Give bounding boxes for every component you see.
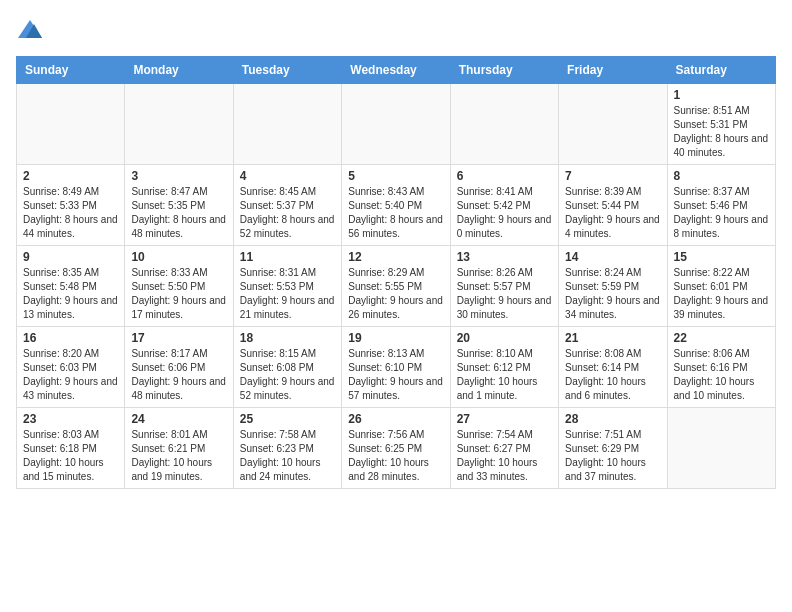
calendar-cell: 21Sunrise: 8:08 AM Sunset: 6:14 PM Dayli… [559, 327, 667, 408]
day-number: 28 [565, 412, 660, 426]
day-number: 26 [348, 412, 443, 426]
calendar-cell: 28Sunrise: 7:51 AM Sunset: 6:29 PM Dayli… [559, 408, 667, 489]
calendar-cell: 5Sunrise: 8:43 AM Sunset: 5:40 PM Daylig… [342, 165, 450, 246]
calendar-cell: 9Sunrise: 8:35 AM Sunset: 5:48 PM Daylig… [17, 246, 125, 327]
calendar-cell: 6Sunrise: 8:41 AM Sunset: 5:42 PM Daylig… [450, 165, 558, 246]
calendar-cell: 7Sunrise: 8:39 AM Sunset: 5:44 PM Daylig… [559, 165, 667, 246]
day-info: Sunrise: 8:31 AM Sunset: 5:53 PM Dayligh… [240, 266, 335, 322]
day-number: 4 [240, 169, 335, 183]
day-number: 21 [565, 331, 660, 345]
calendar-cell: 3Sunrise: 8:47 AM Sunset: 5:35 PM Daylig… [125, 165, 233, 246]
day-number: 27 [457, 412, 552, 426]
day-info: Sunrise: 8:17 AM Sunset: 6:06 PM Dayligh… [131, 347, 226, 403]
calendar-week-row: 2Sunrise: 8:49 AM Sunset: 5:33 PM Daylig… [17, 165, 776, 246]
day-info: Sunrise: 8:29 AM Sunset: 5:55 PM Dayligh… [348, 266, 443, 322]
calendar-cell: 14Sunrise: 8:24 AM Sunset: 5:59 PM Dayli… [559, 246, 667, 327]
day-number: 10 [131, 250, 226, 264]
day-info: Sunrise: 8:41 AM Sunset: 5:42 PM Dayligh… [457, 185, 552, 241]
day-number: 8 [674, 169, 769, 183]
calendar-week-row: 1Sunrise: 8:51 AM Sunset: 5:31 PM Daylig… [17, 84, 776, 165]
day-number: 3 [131, 169, 226, 183]
calendar-cell: 4Sunrise: 8:45 AM Sunset: 5:37 PM Daylig… [233, 165, 341, 246]
day-info: Sunrise: 8:35 AM Sunset: 5:48 PM Dayligh… [23, 266, 118, 322]
calendar-cell [17, 84, 125, 165]
calendar-cell [667, 408, 775, 489]
day-info: Sunrise: 8:47 AM Sunset: 5:35 PM Dayligh… [131, 185, 226, 241]
calendar-cell: 1Sunrise: 8:51 AM Sunset: 5:31 PM Daylig… [667, 84, 775, 165]
weekday-header-thursday: Thursday [450, 57, 558, 84]
day-info: Sunrise: 8:06 AM Sunset: 6:16 PM Dayligh… [674, 347, 769, 403]
day-number: 1 [674, 88, 769, 102]
day-number: 17 [131, 331, 226, 345]
day-info: Sunrise: 8:03 AM Sunset: 6:18 PM Dayligh… [23, 428, 118, 484]
calendar-table: SundayMondayTuesdayWednesdayThursdayFrid… [16, 56, 776, 489]
calendar-cell [342, 84, 450, 165]
logo-icon [16, 16, 44, 44]
day-number: 14 [565, 250, 660, 264]
day-number: 2 [23, 169, 118, 183]
calendar-cell: 18Sunrise: 8:15 AM Sunset: 6:08 PM Dayli… [233, 327, 341, 408]
day-info: Sunrise: 8:08 AM Sunset: 6:14 PM Dayligh… [565, 347, 660, 403]
day-info: Sunrise: 8:26 AM Sunset: 5:57 PM Dayligh… [457, 266, 552, 322]
calendar-cell: 19Sunrise: 8:13 AM Sunset: 6:10 PM Dayli… [342, 327, 450, 408]
weekday-header-sunday: Sunday [17, 57, 125, 84]
logo [16, 16, 46, 44]
calendar-week-row: 23Sunrise: 8:03 AM Sunset: 6:18 PM Dayli… [17, 408, 776, 489]
page-header [16, 16, 776, 44]
calendar-cell: 20Sunrise: 8:10 AM Sunset: 6:12 PM Dayli… [450, 327, 558, 408]
day-number: 24 [131, 412, 226, 426]
day-number: 23 [23, 412, 118, 426]
calendar-week-row: 16Sunrise: 8:20 AM Sunset: 6:03 PM Dayli… [17, 327, 776, 408]
day-number: 9 [23, 250, 118, 264]
calendar-week-row: 9Sunrise: 8:35 AM Sunset: 5:48 PM Daylig… [17, 246, 776, 327]
calendar-cell: 8Sunrise: 8:37 AM Sunset: 5:46 PM Daylig… [667, 165, 775, 246]
day-number: 25 [240, 412, 335, 426]
day-number: 15 [674, 250, 769, 264]
day-number: 22 [674, 331, 769, 345]
day-info: Sunrise: 8:24 AM Sunset: 5:59 PM Dayligh… [565, 266, 660, 322]
day-number: 11 [240, 250, 335, 264]
day-info: Sunrise: 8:22 AM Sunset: 6:01 PM Dayligh… [674, 266, 769, 322]
day-info: Sunrise: 8:43 AM Sunset: 5:40 PM Dayligh… [348, 185, 443, 241]
calendar-cell [450, 84, 558, 165]
calendar-cell: 26Sunrise: 7:56 AM Sunset: 6:25 PM Dayli… [342, 408, 450, 489]
day-info: Sunrise: 8:49 AM Sunset: 5:33 PM Dayligh… [23, 185, 118, 241]
calendar-cell: 11Sunrise: 8:31 AM Sunset: 5:53 PM Dayli… [233, 246, 341, 327]
calendar-cell: 23Sunrise: 8:03 AM Sunset: 6:18 PM Dayli… [17, 408, 125, 489]
weekday-header-monday: Monday [125, 57, 233, 84]
day-info: Sunrise: 8:13 AM Sunset: 6:10 PM Dayligh… [348, 347, 443, 403]
calendar-cell: 13Sunrise: 8:26 AM Sunset: 5:57 PM Dayli… [450, 246, 558, 327]
day-number: 5 [348, 169, 443, 183]
calendar-cell: 22Sunrise: 8:06 AM Sunset: 6:16 PM Dayli… [667, 327, 775, 408]
day-info: Sunrise: 8:37 AM Sunset: 5:46 PM Dayligh… [674, 185, 769, 241]
day-info: Sunrise: 8:51 AM Sunset: 5:31 PM Dayligh… [674, 104, 769, 160]
day-info: Sunrise: 8:10 AM Sunset: 6:12 PM Dayligh… [457, 347, 552, 403]
weekday-header-saturday: Saturday [667, 57, 775, 84]
calendar-cell: 27Sunrise: 7:54 AM Sunset: 6:27 PM Dayli… [450, 408, 558, 489]
calendar-cell: 12Sunrise: 8:29 AM Sunset: 5:55 PM Dayli… [342, 246, 450, 327]
calendar-cell: 24Sunrise: 8:01 AM Sunset: 6:21 PM Dayli… [125, 408, 233, 489]
day-info: Sunrise: 8:45 AM Sunset: 5:37 PM Dayligh… [240, 185, 335, 241]
calendar-cell: 15Sunrise: 8:22 AM Sunset: 6:01 PM Dayli… [667, 246, 775, 327]
day-info: Sunrise: 8:01 AM Sunset: 6:21 PM Dayligh… [131, 428, 226, 484]
calendar-cell: 10Sunrise: 8:33 AM Sunset: 5:50 PM Dayli… [125, 246, 233, 327]
day-number: 18 [240, 331, 335, 345]
calendar-cell: 25Sunrise: 7:58 AM Sunset: 6:23 PM Dayli… [233, 408, 341, 489]
calendar-cell: 16Sunrise: 8:20 AM Sunset: 6:03 PM Dayli… [17, 327, 125, 408]
weekday-header-friday: Friday [559, 57, 667, 84]
calendar-cell [559, 84, 667, 165]
day-info: Sunrise: 7:56 AM Sunset: 6:25 PM Dayligh… [348, 428, 443, 484]
day-number: 12 [348, 250, 443, 264]
day-number: 16 [23, 331, 118, 345]
calendar-cell: 17Sunrise: 8:17 AM Sunset: 6:06 PM Dayli… [125, 327, 233, 408]
weekday-header-wednesday: Wednesday [342, 57, 450, 84]
day-number: 13 [457, 250, 552, 264]
day-info: Sunrise: 8:33 AM Sunset: 5:50 PM Dayligh… [131, 266, 226, 322]
day-info: Sunrise: 8:15 AM Sunset: 6:08 PM Dayligh… [240, 347, 335, 403]
day-info: Sunrise: 7:54 AM Sunset: 6:27 PM Dayligh… [457, 428, 552, 484]
calendar-cell: 2Sunrise: 8:49 AM Sunset: 5:33 PM Daylig… [17, 165, 125, 246]
calendar-cell [233, 84, 341, 165]
day-info: Sunrise: 8:20 AM Sunset: 6:03 PM Dayligh… [23, 347, 118, 403]
day-info: Sunrise: 7:58 AM Sunset: 6:23 PM Dayligh… [240, 428, 335, 484]
weekday-header-row: SundayMondayTuesdayWednesdayThursdayFrid… [17, 57, 776, 84]
